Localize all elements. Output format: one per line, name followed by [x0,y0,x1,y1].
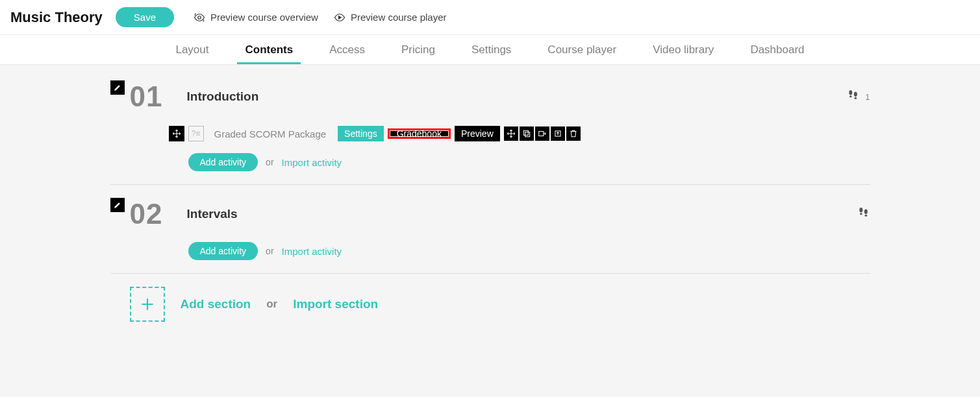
course-title: Music Theory [10,9,103,26]
tab-settings[interactable]: Settings [471,35,511,64]
or-label: or [266,298,277,311]
activity-title: Graded SCORM Package [214,128,327,139]
svg-point-12 [864,209,867,214]
preview-overview-label: Preview course overview [210,12,318,23]
footprints-icon [857,206,870,223]
activity-settings-button[interactable]: Settings [338,126,384,141]
section-number: 02 [130,198,175,230]
add-activity-button[interactable]: Add activity [188,153,258,171]
svg-point-11 [860,213,862,215]
trash-icon [569,129,578,138]
footprints-icon [847,89,860,105]
pencil-icon [114,201,121,209]
export-icon [553,129,562,138]
svg-point-2 [849,90,853,95]
quiz-type-icon: ?≡ [188,126,204,141]
activity-copy-to-button[interactable] [535,126,549,141]
plus-icon [139,296,156,313]
move-icon [507,129,516,138]
svg-marker-1 [338,16,341,19]
or-label: or [266,246,273,256]
activity-row: ?≡ Graded SCORM Package Settings Gradebo… [169,126,870,141]
move-activity-button[interactable] [169,126,184,141]
tab-pricing[interactable]: Pricing [401,35,435,64]
gradebook-highlight: Gradebook [388,128,451,139]
import-activity-link[interactable]: Import activity [282,157,342,168]
edit-section-button[interactable] [110,198,125,212]
preview-player-label: Preview course player [351,12,447,23]
tab-dashboard[interactable]: Dashboard [750,35,804,64]
save-button[interactable]: Save [116,7,174,27]
section-meta [857,206,870,223]
section-02: 02 Intervals Add activity or Import acti… [110,198,870,274]
section-title: Introduction [187,90,259,104]
duplicate-icon [522,129,531,138]
move-icon [172,129,181,138]
add-section-link[interactable]: Add section [181,297,251,311]
svg-point-10 [859,208,862,213]
svg-rect-6 [523,130,528,135]
topbar: Music Theory Save Preview course overvie… [0,0,980,35]
section-add-row: Add activity or Import activity [188,242,870,260]
activity-delete-button[interactable] [566,126,581,141]
tab-course-player[interactable]: Course player [547,35,616,64]
activity-duplicate-button[interactable] [520,126,534,141]
import-section-link[interactable]: Import section [293,297,378,311]
svg-point-5 [855,97,857,99]
tab-video-library[interactable]: Video library [653,35,714,64]
edit-section-button[interactable] [110,80,125,95]
section-meta: 1 [847,89,870,105]
or-label: or [266,157,273,167]
section-01: 01 Introduction 1 ?≡ Graded SCORM Packag… [110,80,870,185]
section-number: 01 [130,80,175,113]
section-header: 01 Introduction 1 [110,80,870,113]
section-header: 02 Intervals [110,198,870,230]
activity-export-button[interactable] [551,126,565,141]
activity-icon-buttons [504,126,581,141]
steps-count: 1 [865,92,870,102]
activity-preview-button[interactable]: Preview [455,126,500,141]
svg-point-0 [198,16,201,19]
tab-layout[interactable]: Layout [175,35,208,64]
preview-player-icon [334,12,346,23]
tab-contents[interactable]: Contents [245,35,293,64]
preview-course-player-link[interactable]: Preview course player [334,12,447,23]
tab-access[interactable]: Access [329,35,365,64]
section-title: Intervals [187,207,238,221]
svg-rect-8 [539,132,544,136]
copy-to-icon [538,129,547,138]
content-area: 01 Introduction 1 ?≡ Graded SCORM Packag… [0,65,980,397]
add-activity-button[interactable]: Add activity [188,242,258,260]
svg-point-3 [849,95,852,97]
section-add-row: Add activity or Import activity [188,153,870,171]
activity-move-button[interactable] [504,126,518,141]
preview-overview-icon [194,12,205,23]
svg-point-13 [864,214,867,216]
add-section-icon-button[interactable] [130,287,165,322]
import-activity-link[interactable]: Import activity [282,246,342,257]
preview-course-overview-link[interactable]: Preview course overview [194,12,318,23]
svg-point-4 [854,91,857,97]
tabbar: Layout Contents Access Pricing Settings … [0,35,980,65]
svg-rect-7 [525,132,529,137]
activity-gradebook-button[interactable]: Gradebook [390,131,448,136]
add-section-row: Add section or Import section [130,287,870,322]
pencil-icon [114,84,121,91]
